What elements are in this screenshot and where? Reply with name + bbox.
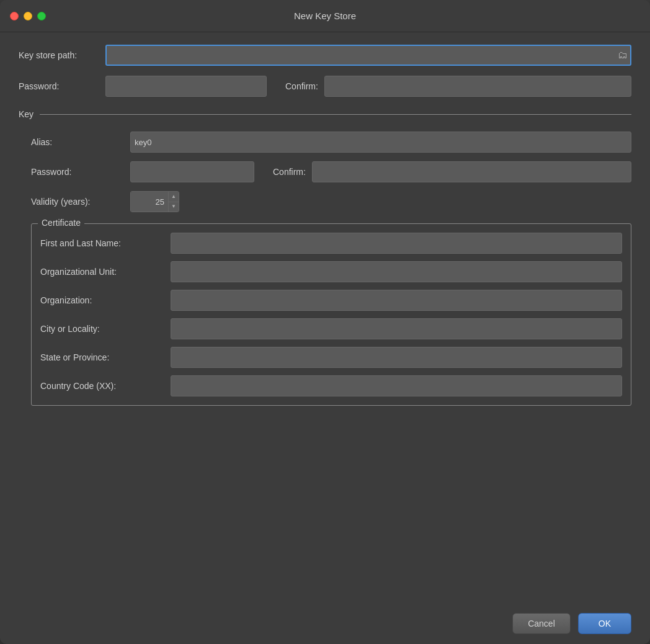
cert-state-label: State or Province:: [40, 352, 164, 362]
cert-org-input[interactable]: [171, 290, 622, 311]
cert-country-row: Country Code (XX):: [40, 375, 622, 396]
validity-row: Validity (years): ▲ ▼: [31, 191, 631, 212]
key-section: Alias: Password: Confirm: Validity (year…: [19, 132, 631, 406]
cert-city-label: City or Locality:: [40, 324, 164, 334]
cert-name-row: First and Last Name:: [40, 233, 622, 254]
key-confirm-input[interactable]: [312, 161, 631, 182]
traffic-lights: [10, 12, 46, 20]
cert-state-row: State or Province:: [40, 347, 622, 368]
new-key-store-dialog: New Key Store Key store path: 🗂 Password…: [0, 0, 650, 644]
dialog-title: New Key Store: [294, 11, 356, 21]
cert-name-label: First and Last Name:: [40, 238, 164, 248]
keystore-path-wrapper: 🗂: [105, 45, 631, 66]
cancel-button[interactable]: Cancel: [512, 613, 571, 634]
key-confirm-label: Confirm:: [273, 167, 306, 177]
keystore-path-input[interactable]: [105, 45, 631, 66]
validity-input[interactable]: [131, 192, 168, 212]
cert-city-input[interactable]: [171, 318, 622, 339]
alias-row: Alias:: [31, 132, 631, 153]
spinner-up-button[interactable]: ▲: [169, 192, 179, 202]
keystore-confirm-input[interactable]: [324, 76, 631, 97]
cert-city-row: City or Locality:: [40, 318, 622, 339]
key-password-label: Password:: [31, 167, 124, 177]
keystore-password-input[interactable]: [105, 76, 267, 97]
cert-name-input[interactable]: [171, 233, 622, 254]
alias-input[interactable]: [130, 132, 631, 153]
spinner-down-icon: ▼: [171, 204, 176, 209]
cert-country-input[interactable]: [171, 375, 622, 396]
cert-org-unit-row: Organizational Unit:: [40, 261, 622, 282]
spinner-down-button[interactable]: ▼: [169, 202, 179, 212]
key-section-divider: Key: [19, 109, 631, 119]
cert-org-row: Organization:: [40, 290, 622, 311]
dialog-footer: Cancel OK: [0, 603, 650, 644]
keystore-password-row: Password: Confirm:: [19, 76, 631, 97]
key-section-label: Key: [19, 109, 33, 119]
cert-org-label: Organization:: [40, 295, 164, 305]
validity-label: Validity (years):: [31, 197, 124, 207]
cert-country-label: Country Code (XX):: [40, 381, 164, 391]
certificate-legend: Certificate: [38, 218, 84, 228]
dialog-content: Key store path: 🗂 Password: Confirm: Key: [0, 32, 650, 603]
minimize-button[interactable]: [24, 12, 32, 20]
keystore-path-row: Key store path: 🗂: [19, 45, 631, 66]
keystore-confirm-label: Confirm:: [285, 81, 318, 91]
maximize-button[interactable]: [37, 12, 46, 20]
ok-button[interactable]: OK: [578, 613, 631, 634]
certificate-box: Certificate First and Last Name: Organiz…: [31, 223, 631, 406]
keystore-password-label: Password:: [19, 81, 99, 91]
key-password-row: Password: Confirm:: [31, 161, 631, 182]
close-button[interactable]: [10, 12, 19, 20]
cert-org-unit-label: Organizational Unit:: [40, 267, 164, 277]
cert-state-input[interactable]: [171, 347, 622, 368]
cert-org-unit-input[interactable]: [171, 261, 622, 282]
title-bar: New Key Store: [0, 0, 650, 32]
spinner-buttons: ▲ ▼: [168, 192, 179, 212]
key-password-input[interactable]: [130, 161, 254, 182]
folder-icon: 🗂: [618, 50, 628, 61]
alias-label: Alias:: [31, 137, 124, 147]
keystore-path-label: Key store path:: [19, 50, 99, 60]
key-section-line: [40, 114, 631, 115]
validity-spinner: ▲ ▼: [130, 191, 179, 212]
browse-folder-button[interactable]: 🗂: [617, 48, 629, 62]
spinner-up-icon: ▲: [171, 194, 176, 199]
